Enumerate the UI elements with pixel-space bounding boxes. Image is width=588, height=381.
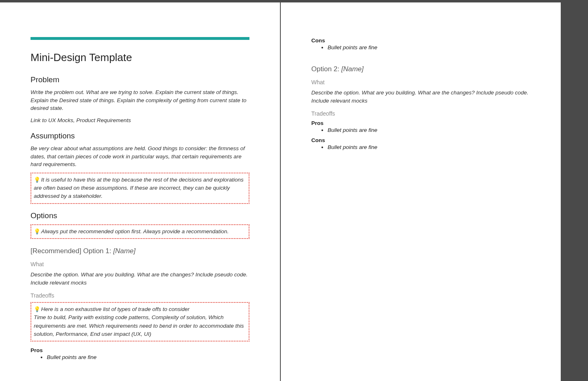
page-1: Mini-Design Template Problem Write the p… — [0, 2, 280, 381]
list-item: Bullet points are fine — [328, 127, 530, 133]
document-viewport: Mini-Design Template Problem Write the p… — [0, 0, 588, 381]
option2-cons-list: Bullet points are fine — [311, 144, 530, 150]
heading-option2-tradeoffs: Tradeoffs — [311, 110, 530, 117]
callout-tradeoffs: 💡Here is a non exhaustive list of types … — [31, 302, 249, 342]
callout-tradeoffs-line2: Time to build, Parity with existing code… — [34, 313, 246, 338]
callout-assumptions: 💡It is useful to have this at the top be… — [31, 173, 249, 204]
option2-name: [Name] — [341, 65, 364, 73]
option1-pros-label: Pros — [31, 347, 249, 353]
option2-what-body: Describe the option. What are you buildi… — [311, 89, 530, 105]
heading-option2: Option 2: [Name] — [311, 65, 530, 73]
lightbulb-icon: 💡 — [34, 306, 40, 312]
option1-pros-list: Bullet points are fine — [31, 354, 249, 360]
heading-option2-what: What — [311, 79, 530, 85]
list-item: Bullet points are fine — [47, 354, 249, 360]
option2-prefix: Option 2: — [311, 65, 341, 73]
option1-name: [Name] — [113, 247, 136, 255]
lightbulb-icon: 💡 — [34, 177, 40, 183]
option2-pros-label: Pros — [311, 120, 530, 126]
problem-paragraph-2: Link to UX Mocks, Product Requirements — [31, 116, 249, 125]
list-item: Bullet points are fine — [328, 144, 530, 150]
callout-tradeoffs-line1: Here is a non exhaustive list of types o… — [41, 306, 190, 312]
callout-options-text: Always put the recommended option first.… — [41, 228, 229, 234]
assumptions-paragraph: Be very clear about what assumptions are… — [31, 145, 249, 169]
heading-options: Options — [31, 211, 249, 220]
callout-options: 💡Always put the recommended option first… — [31, 224, 249, 239]
option2-pros-list: Bullet points are fine — [311, 127, 530, 133]
callout-assumptions-text: It is useful to have this at the top bec… — [34, 177, 244, 199]
accent-bar — [31, 37, 249, 40]
page-2: Cons Bullet points are fine Option 2: [N… — [281, 2, 561, 381]
option1-what-body: Describe the option. What are you buildi… — [31, 271, 249, 287]
option1-cons-label: Cons — [311, 37, 530, 44]
heading-assumptions: Assumptions — [31, 131, 249, 140]
doc-title: Mini-Design Template — [31, 51, 249, 64]
option1-cons-list: Bullet points are fine — [311, 44, 530, 50]
list-item: Bullet points are fine — [328, 44, 530, 50]
heading-option1-what: What — [31, 261, 249, 267]
heading-problem: Problem — [31, 75, 249, 84]
heading-option1: [Recommended] Option 1: [Name] — [31, 247, 249, 255]
option1-prefix: [Recommended] Option 1: — [31, 247, 113, 255]
problem-paragraph-1: Write the problem out. What are we tryin… — [31, 88, 249, 112]
lightbulb-icon: 💡 — [34, 228, 40, 234]
heading-option1-tradeoffs: Tradeoffs — [31, 292, 249, 299]
option2-cons-label: Cons — [311, 137, 530, 143]
